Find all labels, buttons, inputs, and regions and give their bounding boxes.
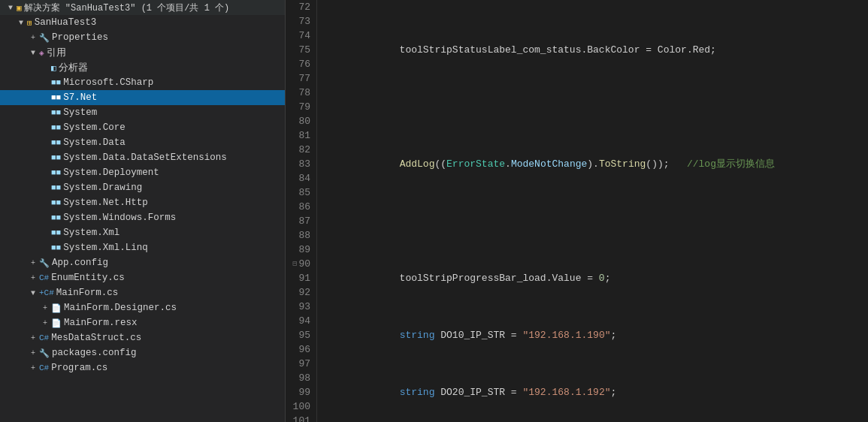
program-label: Program.cs [51,363,279,373]
system-drawing-icon: ■■ [51,183,61,192]
ref-system-deployment[interactable]: ■■ System.Deployment [0,165,285,180]
solution-root[interactable]: ▼ ▣ 解决方案 "SanHuaTest3" (1 个项目/共 1 个) [0,0,285,15]
code-line-77: string DO10_IP_STR = "192.168.1.190"; [329,328,868,342]
system-winforms-icon: ■■ [51,213,61,222]
ref-system-winforms[interactable]: ■■ System.Windows.Forms [0,210,285,225]
file-mainform-resx[interactable]: + 📄 MainForm.resx [0,315,285,330]
analyzer-label: 分析器 [59,62,279,74]
properties-node[interactable]: + 🔧 Properties [0,30,285,45]
references-node[interactable]: ▼ ◈ 引用 [0,45,285,60]
system-core-label: System.Core [63,122,279,133]
ref-system-data-dataset[interactable]: ■■ System.Data.DataSetExtensions [0,150,285,165]
app-config-arrow[interactable]: + [27,259,39,267]
file-packages-config[interactable]: + 🔧 packages.config [0,345,285,360]
mesdata-arrow[interactable]: + [27,334,39,342]
mainform-designer-icon: 📄 [51,303,62,313]
ref-system-drawing[interactable]: ■■ System.Drawing [0,180,285,195]
mainform-designer-label: MainForm.Designer.cs [64,303,279,313]
ref-system[interactable]: ■■ System [0,105,285,120]
system-nethttp-icon: ■■ [51,198,61,207]
ref-system-xml[interactable]: ■■ System.Xml [0,225,285,240]
system-label: System [63,107,279,118]
ref-system-core[interactable]: ■■ System.Core [0,120,285,135]
file-mainform[interactable]: ▼ +C# MainForm.cs [0,285,285,300]
mainform-arrow[interactable]: ▼ [27,289,39,297]
mainform-label: MainForm.cs [56,288,279,298]
enum-entity-label: EnumEntity.cs [51,273,279,283]
project-icon: ⊞ [27,18,32,28]
file-mainform-designer[interactable]: + 📄 MainForm.Designer.cs [0,300,285,315]
mainform-icon: +C# [39,288,54,297]
system-core-icon: ■■ [51,123,61,132]
system-drawing-label: System.Drawing [63,182,279,193]
solution-explorer: ▼ ▣ 解决方案 "SanHuaTest3" (1 个项目/共 1 个) ▼ ⊞… [0,0,286,422]
system-winforms-label: System.Windows.Forms [63,213,279,223]
assembly-icon: ■■ [51,78,61,87]
system-data-icon: ■■ [51,138,61,147]
mainform-resx-arrow[interactable]: + [39,319,51,327]
mainform-resx-label: MainForm.resx [64,318,279,328]
project-label: SanHuaTest3 [35,17,279,28]
ref-label: Microsoft.CSharp [63,77,279,88]
code-line-74: AddLog((ErrorState.ModeNotChange).ToStri… [329,157,868,171]
enum-entity-icon: C# [39,273,49,282]
ref-s7net[interactable]: ■■ S7.Net [0,90,285,105]
code-line-73 [329,100,868,114]
references-arrow[interactable]: ▼ [27,49,39,57]
project-node[interactable]: ▼ ⊞ SanHuaTest3 [0,15,285,30]
system-data-dataset-icon: ■■ [51,153,61,162]
file-app-config[interactable]: + 🔧 App.config [0,255,285,270]
system-xml-icon: ■■ [51,228,61,237]
ref-system-data[interactable]: ■■ System.Data [0,135,285,150]
mesdata-icon: C# [39,333,49,342]
analyzer-icon: ◧ [51,63,56,73]
app-config-label: App.config [52,258,279,268]
properties-icon: 🔧 [39,33,50,43]
system-deployment-icon: ■■ [51,168,61,177]
properties-arrow[interactable]: + [27,34,39,42]
packages-config-arrow[interactable]: + [27,349,39,357]
mainform-resx-icon: 📄 [51,318,62,328]
solution-arrow[interactable]: ▼ [5,4,17,12]
mesdata-label: MesDataStruct.cs [51,333,279,343]
s7net-label: S7.Net [63,92,279,103]
packages-config-icon: 🔧 [39,348,50,358]
system-xml-linq-icon: ■■ [51,243,61,252]
ref-system-xml-linq[interactable]: ■■ System.Xml.Linq [0,240,285,255]
system-xml-label: System.Xml [63,228,279,238]
code-line-75 [329,214,868,228]
code-editor[interactable]: 72 73 74 75 76 77 78 79 80 81 82 83 84 8… [286,0,868,422]
file-program[interactable]: + C# Program.cs [0,360,285,375]
solution-label: 解决方案 "SanHuaTest3" (1 个项目/共 1 个) [24,2,279,14]
ref-system-nethttp[interactable]: ■■ System.Net.Http [0,195,285,210]
system-deployment-label: System.Deployment [63,167,279,178]
analyzer-node[interactable]: ◧ 分析器 [0,60,285,75]
references-icon: ◈ [39,48,44,58]
system-data-dataset-label: System.Data.DataSetExtensions [63,152,279,163]
mainform-designer-arrow[interactable]: + [39,304,51,312]
code-line-76: toolStripProgressBar_load.Value = 0; [329,271,868,285]
enum-entity-arrow[interactable]: + [27,274,39,282]
solution-icon: ▣ [17,3,22,13]
system-data-label: System.Data [63,137,279,148]
references-label: 引用 [47,47,279,59]
properties-label: Properties [52,32,279,43]
code-line-72: toolStripStatusLabel_com_status.BackColo… [329,43,868,57]
system-icon: ■■ [51,108,61,117]
packages-config-label: packages.config [52,348,279,358]
system-xml-linq-label: System.Xml.Linq [63,243,279,253]
system-nethttp-label: System.Net.Http [63,197,279,208]
program-icon: C# [39,363,49,372]
program-arrow[interactable]: + [27,364,39,372]
ref-microsoft-csharp[interactable]: ■■ Microsoft.CSharp [0,75,285,90]
project-arrow[interactable]: ▼ [15,19,27,27]
app-config-icon: 🔧 [39,258,50,268]
code-content[interactable]: toolStripStatusLabel_com_status.BackColo… [317,0,868,422]
code-line-78: string DO20_IP_STR = "192.168.1.192"; [329,385,868,399]
s7net-icon: ■■ [51,93,61,102]
file-enum-entity[interactable]: + C# EnumEntity.cs [0,270,285,285]
line-numbers: 72 73 74 75 76 77 78 79 80 81 82 83 84 8… [286,0,317,422]
file-mesdata[interactable]: + C# MesDataStruct.cs [0,330,285,345]
